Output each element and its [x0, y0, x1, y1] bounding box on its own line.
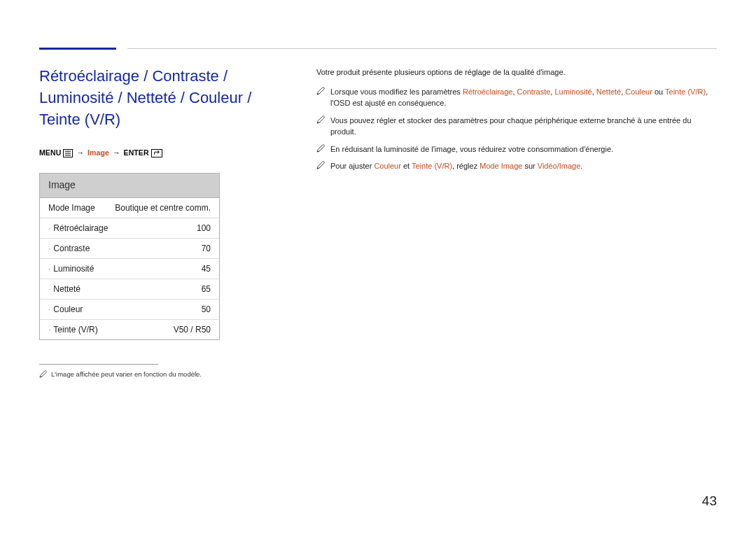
osd-row-value: 100 [197, 223, 211, 233]
note-item: Lorsque vous modifiez les paramètres Rét… [316, 86, 717, 109]
osd-row-label: ·Rétroéclairage [48, 223, 108, 233]
footnote: L'image affichée peut varier en fonction… [39, 370, 270, 378]
svg-rect-4 [151, 150, 162, 157]
osd-row: ·Couleur 50 [40, 300, 219, 320]
top-divider [127, 48, 717, 49]
osd-row-value: 65 [202, 284, 211, 294]
osd-row-label: ·Netteté [48, 284, 80, 294]
osd-panel-title: Image [48, 179, 211, 190]
breadcrumb-menu: MENU [39, 148, 61, 157]
menu-path-breadcrumb: MENU → Image → ENTER [39, 148, 270, 157]
osd-row: ·Teinte (V/R) V50 / R50 [40, 320, 219, 339]
note-item: Pour ajuster Couleur et Teinte (V/R), ré… [316, 160, 717, 172]
osd-row-label: ·Luminosité [48, 264, 94, 274]
page-number: 43 [702, 493, 717, 509]
pencil-note-icon [316, 161, 325, 169]
osd-mode-row: Mode Image Boutique et centre comm. [40, 198, 219, 218]
footnote-text: L'image affichée peut varier en fonction… [51, 370, 202, 378]
menu-icon [63, 148, 73, 157]
osd-panel-titlebar: Image [40, 174, 219, 198]
osd-row-value: V50 / R50 [174, 325, 211, 335]
intro-text: Votre produit présente plusieurs options… [316, 67, 717, 78]
note-text: Lorsque vous modifiez les paramètres Rét… [330, 86, 717, 109]
page: Rétroéclairage / Contraste / Luminosité … [0, 0, 756, 534]
osd-row-label: ·Contraste [48, 244, 90, 253]
osd-row: ·Luminosité 45 [40, 259, 219, 279]
arrow-icon: → [111, 148, 122, 157]
osd-panel: Image Mode Image Boutique et centre comm… [39, 173, 220, 340]
right-column: Votre produit présente plusieurs options… [316, 67, 717, 178]
note-text: Vous pouvez régler et stocker des paramè… [330, 115, 717, 138]
arrow-icon: → [75, 148, 85, 157]
osd-row-label: ·Couleur [48, 304, 83, 314]
breadcrumb-enter: ENTER [124, 148, 149, 157]
osd-row: ·Rétroéclairage 100 [40, 218, 219, 239]
osd-mode-value: Boutique et centre comm. [115, 203, 211, 213]
osd-row-value: 70 [202, 244, 211, 253]
note-text: En réduisant la luminosité de l'image, v… [330, 143, 613, 155]
osd-row-value: 50 [202, 304, 211, 314]
footnote-rule [39, 364, 158, 365]
pencil-note-icon [39, 370, 47, 378]
osd-row: ·Netteté 65 [40, 279, 219, 300]
note-text: Pour ajuster Couleur et Teinte (V/R), ré… [330, 160, 582, 172]
enter-icon [151, 148, 162, 157]
note-item: Vous pouvez régler et stocker des paramè… [316, 115, 717, 138]
osd-mode-label: Mode Image [48, 203, 95, 213]
breadcrumb-image: Image [88, 148, 109, 157]
pencil-note-icon [316, 87, 325, 95]
osd-row-value: 45 [202, 264, 211, 274]
osd-row-label: ·Teinte (V/R) [48, 325, 98, 335]
left-column: Rétroéclairage / Contraste / Luminosité … [39, 66, 270, 378]
top-divider-accent [39, 48, 116, 50]
note-item: En réduisant la luminosité de l'image, v… [316, 143, 717, 155]
pencil-note-icon [316, 144, 325, 153]
section-title: Rétroéclairage / Contraste / Luminosité … [39, 66, 270, 130]
pencil-note-icon [316, 115, 325, 124]
osd-row: ·Contraste 70 [40, 239, 219, 259]
